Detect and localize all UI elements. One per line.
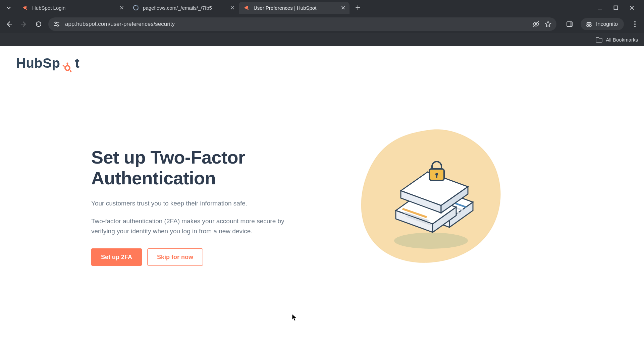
minimize-icon [597,5,602,10]
all-bookmarks-label: All Bookmarks [606,37,638,43]
nav-reload-button[interactable] [34,19,44,29]
window-maximize-button[interactable] [612,4,619,11]
hubspot-logo-text-a: HubSp [16,56,60,71]
skip-for-now-button[interactable]: Skip for now [147,248,203,266]
close-icon [630,5,634,10]
svg-rect-7 [247,6,248,7]
setup-2fa-button[interactable]: Set up 2FA [91,248,142,266]
reload-icon [35,20,42,28]
svg-point-18 [634,23,636,25]
site-settings-button[interactable] [53,20,60,28]
tab-3-title: User Preferences | HubSpot [254,5,336,11]
svg-point-10 [55,22,56,23]
plus-icon [355,5,361,10]
tab-2[interactable]: pageflows.com/_/emails/_/7fb5 [128,2,239,14]
omnibox[interactable]: app.hubspot.com/user-preferences/securit… [48,17,556,31]
nav-forward-button[interactable] [19,19,29,29]
svg-rect-9 [614,6,618,10]
browser-menu-button[interactable] [630,19,640,29]
star-icon [544,20,552,28]
svg-point-21 [67,67,68,69]
folder-icon [596,37,602,43]
nav-back-button[interactable] [4,19,14,29]
maximize-icon [613,5,618,10]
close-icon [341,6,345,10]
main-content: Set up Two-Factor Authentication Your cu… [91,147,303,266]
eye-off-icon [532,20,540,28]
tune-icon [53,21,60,27]
new-tab-button[interactable] [352,2,364,13]
svg-point-26 [70,70,72,72]
browser-chrome: HubSpot Login pageflows.com/_/emails/_/7… [0,0,644,46]
sidepanel-icon [566,21,573,27]
svg-rect-8 [247,9,249,10]
svg-point-22 [67,62,68,64]
svg-rect-3 [26,9,27,10]
page-subtitle: Your customers trust you to keep their i… [91,198,286,208]
close-icon [120,6,124,10]
button-row: Set up 2FA Skip for now [91,248,303,266]
svg-point-28 [394,233,468,249]
chevron-down-icon [6,5,11,10]
toolbar: app.hubspot.com/user-preferences/securit… [0,15,644,33]
tab-strip: HubSpot Login pageflows.com/_/emails/_/7… [0,0,644,15]
svg-point-15 [587,24,589,26]
incognito-icon [585,21,593,27]
hubspot-logo[interactable]: HubSp t [16,56,79,71]
tab-3-close[interactable] [340,5,346,11]
hubspot-logo-text-b: t [75,56,79,71]
svg-point-17 [634,21,636,22]
tab-1[interactable]: HubSpot Login [17,2,128,14]
bookmarks-separator [588,36,588,44]
security-illustration [342,117,517,291]
cursor-icon [292,314,297,321]
svg-rect-23 [67,64,68,66]
sprocket-icon [62,61,73,73]
all-bookmarks-button[interactable]: All Bookmarks [596,37,638,43]
svg-rect-14 [570,22,572,26]
close-icon [230,6,234,10]
window-minimize-button[interactable] [596,4,603,11]
svg-rect-1 [23,7,24,8]
eye-off-button[interactable] [532,20,540,28]
page-title: Set up Two-Factor Authentication [91,147,303,188]
incognito-chip[interactable]: Incognito [581,18,624,30]
toolbar-right-cluster: Incognito [561,18,640,30]
illustration-svg [342,117,517,291]
pageflows-favicon-icon [133,5,139,11]
svg-point-11 [57,25,58,26]
tab-3[interactable]: User Preferences | HubSpot [239,2,350,14]
svg-point-16 [589,24,591,26]
svg-point-19 [634,26,636,27]
search-tabs-button[interactable] [2,1,15,14]
tab-2-title: pageflows.com/_/emails/_/7fb5 [143,5,225,11]
svg-rect-2 [26,6,26,7]
window-close-button[interactable] [629,4,635,11]
arrow-left-icon [5,20,13,28]
omnibox-url: app.hubspot.com/user-preferences/securit… [65,21,528,27]
svg-rect-40 [436,174,437,178]
tab-1-close[interactable] [119,5,125,11]
page-description: Two-factor authentication (2FA) makes yo… [91,216,286,237]
incognito-label: Incognito [596,21,618,27]
sidepanel-button[interactable] [565,19,575,29]
svg-rect-6 [245,7,246,8]
tab-1-title: HubSpot Login [32,5,115,11]
window-controls [596,4,642,11]
kebab-icon [634,21,636,27]
page-viewport: HubSp t Set up Two-Factor Authentication… [0,46,644,362]
arrow-right-icon [20,20,28,28]
bookmarks-bar: All Bookmarks [0,33,644,46]
bookmark-button[interactable] [544,20,552,28]
hubspot-favicon-icon [22,5,28,11]
hubspot-favicon-icon [244,5,250,11]
tab-2-close[interactable] [229,5,235,11]
